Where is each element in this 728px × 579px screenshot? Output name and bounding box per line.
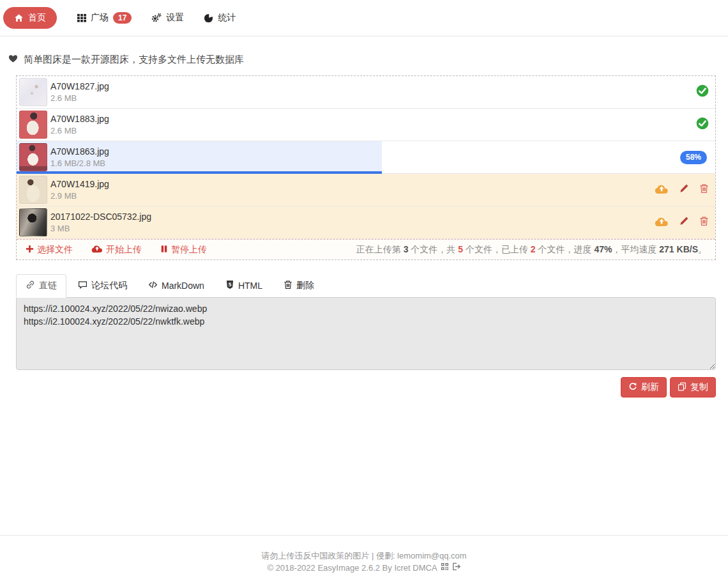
html5-icon: 5 xyxy=(225,280,234,291)
upload-toolbar: 选择文件 开始上传 暂停上传 正在上传第 3 个文件，共 5 个文件，已上传 2… xyxy=(17,239,715,259)
output-tabbar: 直链 论坛代码 MarkDown 5 HTML 删除 xyxy=(16,275,716,297)
tab-delete[interactable]: 删除 xyxy=(274,274,324,297)
refresh-icon xyxy=(628,382,637,393)
svg-text:5: 5 xyxy=(228,282,231,288)
file-name: A70W1863.jpg xyxy=(50,146,680,158)
file-thumbnail[interactable] xyxy=(19,208,47,236)
tab-direct-link-label: 直链 xyxy=(39,280,57,291)
nav-home-label: 首页 xyxy=(28,12,46,24)
file-thumbnail[interactable] xyxy=(19,176,47,204)
file-row: A70W1827.jpg 2.6 MB xyxy=(17,76,715,109)
status-segment: 正在上传第 xyxy=(356,244,404,254)
refresh-label: 刷新 xyxy=(641,382,659,393)
plus-icon xyxy=(26,245,34,255)
delete-trash-icon[interactable] xyxy=(699,216,709,229)
intro-text: 简单图床是一款开源图床，支持多文件上传无数据库 xyxy=(24,54,244,66)
status-segment: 个文件，共 xyxy=(408,244,458,254)
footer-policy-line: 请勿上传违反中国政策的图片 | 侵删: lemomim@qq.com xyxy=(0,550,728,562)
file-size: 1.6 MB/2.8 MB xyxy=(50,158,680,169)
file-size: 2.6 MB xyxy=(50,125,696,137)
plaza-count-badge: 17 xyxy=(113,12,132,24)
upload-dropzone: A70W1827.jpg 2.6 MB A70W1883.jpg 2.6 MB … xyxy=(16,75,716,260)
footer: 请勿上传违反中国政策的图片 | 侵删: lemomim@qq.com © 201… xyxy=(0,535,728,579)
upload-status-text: 正在上传第 3 个文件，共 5 个文件，已上传 2 个文件，进度 47%，平均速… xyxy=(356,244,707,256)
pie-chart-icon xyxy=(204,13,213,23)
tab-direct-link[interactable]: 直链 xyxy=(16,274,66,298)
file-name: A70W1419.jpg xyxy=(50,178,655,190)
delete-trash-icon[interactable] xyxy=(699,183,709,196)
file-thumbnail[interactable] xyxy=(19,78,47,106)
refresh-button[interactable]: 刷新 xyxy=(621,377,667,398)
nav-plaza-label: 广场 xyxy=(91,12,109,24)
file-size: 3 MB xyxy=(50,223,655,235)
nav-settings-label: 设置 xyxy=(166,12,184,24)
edit-pencil-icon[interactable] xyxy=(679,216,689,229)
copy-label: 复制 xyxy=(690,382,708,393)
pause-upload-label: 暂停上传 xyxy=(171,244,207,256)
page: 首页 广场 17 设置 统计 简单图床是一款开源图床，支持多文件上传无数据库 A… xyxy=(0,0,728,579)
status-segment: 。 xyxy=(698,244,707,254)
status-average-speed: 271 KB/S xyxy=(659,244,698,254)
tab-html[interactable]: 5 HTML xyxy=(216,274,272,297)
code-icon xyxy=(148,280,158,291)
link-output-section: 直链 论坛代码 MarkDown 5 HTML 删除 https://i2.10… xyxy=(16,275,716,398)
nav-item-plaza[interactable]: 广场 17 xyxy=(77,12,132,24)
tab-markdown-label: MarkDown xyxy=(162,281,204,291)
start-upload-button[interactable]: 开始上传 xyxy=(91,244,142,256)
tab-delete-label: 删除 xyxy=(296,280,314,291)
file-row: A70W1883.jpg 2.6 MB xyxy=(17,109,715,141)
tab-forum-code[interactable]: 论坛代码 xyxy=(68,274,137,297)
link-icon xyxy=(26,280,35,291)
edit-pencil-icon[interactable] xyxy=(679,183,689,196)
home-icon xyxy=(14,13,24,23)
tab-forum-code-label: 论坛代码 xyxy=(91,280,127,291)
copy-button[interactable]: 复制 xyxy=(670,377,716,398)
file-name: A70W1827.jpg xyxy=(50,81,696,93)
status-progress-percent: 47% xyxy=(594,244,612,254)
start-upload-label: 开始上传 xyxy=(106,244,142,256)
logout-icon[interactable] xyxy=(452,562,461,574)
heart-icon xyxy=(8,54,18,65)
trash-icon xyxy=(284,280,292,291)
nav-item-stats[interactable]: 统计 xyxy=(204,12,236,24)
tab-html-label: HTML xyxy=(238,281,262,291)
comment-icon xyxy=(78,280,87,291)
grid-icon xyxy=(77,13,86,22)
nav-item-home[interactable]: 首页 xyxy=(3,7,57,29)
status-total-files: 5 xyxy=(458,244,463,254)
upload-file-icon[interactable] xyxy=(655,216,669,229)
file-row-pending: 20171022-DSC05732.jpg 3 MB xyxy=(17,206,715,239)
nav-stats-label: 统计 xyxy=(218,12,236,24)
footer-copyright-text: © 2018-2022 EasyImage 2.6.2 By Icret DMC… xyxy=(267,562,437,574)
qrcode-icon[interactable] xyxy=(441,562,449,574)
upload-file-icon[interactable] xyxy=(655,183,669,197)
file-name: 20171022-DSC05732.jpg xyxy=(50,211,655,223)
nav-item-settings[interactable]: 设置 xyxy=(151,12,184,24)
upload-progress-badge: 58% xyxy=(680,151,707,164)
links-textarea[interactable]: https://i2.100024.xyz/2022/05/22/nwizao.… xyxy=(16,297,716,370)
file-thumbnail[interactable] xyxy=(19,143,47,171)
cloud-upload-icon xyxy=(91,244,103,255)
file-size: 2.9 MB xyxy=(50,190,655,202)
file-row-pending: A70W1419.jpg 2.9 MB xyxy=(17,174,715,206)
upload-success-icon xyxy=(696,117,709,132)
upload-success-icon xyxy=(696,84,709,100)
copy-icon xyxy=(678,382,686,393)
file-row-uploading: A70W1863.jpg 1.6 MB/2.8 MB 58% xyxy=(17,141,715,174)
pause-upload-button[interactable]: 暂停上传 xyxy=(160,244,207,256)
status-segment: 个文件，已上传 xyxy=(463,244,531,254)
intro-line: 简单图床是一款开源图床，支持多文件上传无数据库 xyxy=(8,54,728,65)
footer-copyright-line: © 2018-2022 EasyImage 2.6.2 By Icret DMC… xyxy=(0,562,728,574)
choose-files-label: 选择文件 xyxy=(37,244,73,256)
status-segment: 个文件，进度 xyxy=(536,244,595,254)
output-actions: 刷新 复制 xyxy=(16,377,716,398)
navbar: 首页 广场 17 设置 统计 xyxy=(0,0,728,36)
gear-icon xyxy=(151,13,162,23)
file-name: A70W1883.jpg xyxy=(50,113,696,125)
file-size: 2.6 MB xyxy=(50,93,696,104)
status-uploaded-files: 2 xyxy=(531,244,536,254)
choose-files-button[interactable]: 选择文件 xyxy=(26,244,73,256)
status-segment: ，平均速度 xyxy=(612,244,659,254)
tab-markdown[interactable]: MarkDown xyxy=(139,274,214,297)
file-thumbnail[interactable] xyxy=(19,111,47,139)
